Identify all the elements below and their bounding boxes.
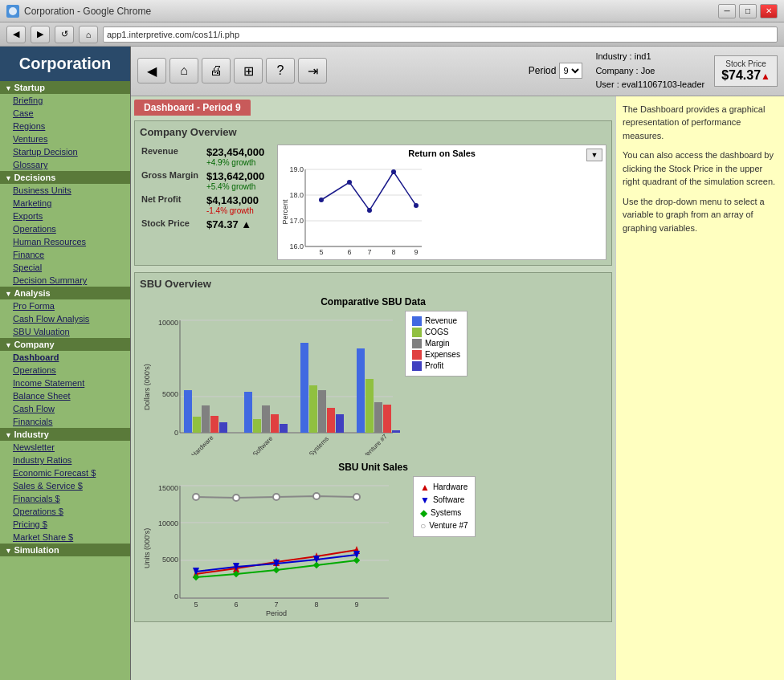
gross-margin-growth: +5.4% growth <box>206 182 264 191</box>
minimize-button[interactable]: ─ <box>718 4 736 18</box>
sidebar-item-financials[interactable]: Financials <box>0 415 130 428</box>
table-row: Net Profit $4,143,000 -1.4% growth <box>140 193 271 217</box>
help-toolbar-button[interactable]: ? <box>266 58 295 83</box>
sidebar-item-income-statement[interactable]: Income Statement <box>0 377 130 389</box>
sidebar-section-industry[interactable]: Industry <box>0 428 130 441</box>
svg-rect-50 <box>357 348 365 433</box>
sidebar-section-simulation[interactable]: Simulation <box>0 544 130 556</box>
svg-rect-34 <box>202 405 210 433</box>
sidebar-item-regions[interactable]: Regions <box>0 120 130 132</box>
sidebar: Corporation Startup Briefing Case Region… <box>0 47 131 680</box>
svg-text:5: 5 <box>320 248 324 256</box>
sidebar-section-analysis[interactable]: Analysis <box>0 287 130 299</box>
ros-dropdown[interactable]: ▼ <box>586 149 602 161</box>
legend-item: ◆ Systems <box>420 507 468 519</box>
systems-legend-icon: ◆ <box>420 507 427 519</box>
svg-point-92 <box>353 494 360 500</box>
svg-point-22 <box>414 203 419 208</box>
sidebar-item-sales-service[interactable]: Sales & Service $ <box>0 479 130 492</box>
browser-title: Corporation - Google Chrome <box>24 6 718 17</box>
sidebar-item-balance-sheet[interactable]: Balance Sheet <box>0 389 130 402</box>
maximize-button[interactable]: □ <box>739 4 757 18</box>
svg-text:9: 9 <box>414 248 419 256</box>
sidebar-item-economic-forecast[interactable]: Economic Forecast $ <box>0 466 130 479</box>
bar-chart-legend: Revenue COGS Margin <box>405 311 468 377</box>
svg-text:0: 0 <box>174 592 178 601</box>
sidebar-item-pro-forma[interactable]: Pro Forma <box>0 299 130 312</box>
svg-text:Hardware: Hardware <box>190 434 215 455</box>
sidebar-item-industry-operations[interactable]: Operations $ <box>0 505 130 518</box>
bar-chart-svg: Dollars (000's) 0 5000 10000 <box>140 311 405 455</box>
dashboard-tab[interactable]: Dashboard - Period 9 <box>134 100 251 116</box>
back-toolbar-button[interactable]: ◀ <box>137 58 166 83</box>
svg-rect-35 <box>210 416 218 433</box>
svg-rect-42 <box>280 424 288 433</box>
sidebar-section-startup[interactable]: Startup <box>0 81 130 94</box>
sidebar-item-marketing[interactable]: Marketing <box>0 197 130 210</box>
sidebar-item-operations[interactable]: Operations <box>0 222 130 235</box>
sidebar-section-company[interactable]: Company <box>0 338 130 351</box>
stock-price-value: $74.37▲ <box>721 68 770 83</box>
revenue-label: Revenue <box>140 145 205 169</box>
net-profit-value: $4,143,000 <box>206 194 264 206</box>
sidebar-item-industry-ratios[interactable]: Industry Ratios <box>0 454 130 466</box>
bar-chart-title: Comparative SBU Data <box>140 296 606 307</box>
company-info: Company : Joe <box>595 64 704 79</box>
svg-text:7: 7 <box>368 248 372 256</box>
gross-margin-label: Gross Margin <box>140 169 205 193</box>
sidebar-item-ventures[interactable]: Ventures <box>0 132 130 145</box>
svg-rect-47 <box>327 408 335 433</box>
legend-expenses-color <box>412 350 422 360</box>
home-button[interactable]: ⌂ <box>79 26 98 43</box>
sidebar-item-newsletter[interactable]: Newsletter <box>0 441 130 454</box>
close-button[interactable]: ✕ <box>760 4 778 18</box>
sidebar-item-cash-flow-analysis[interactable]: Cash Flow Analysis <box>0 312 130 325</box>
sbu-overview-section: SBU Overview Comparative SBU Data Dollar… <box>134 272 612 622</box>
ros-chart: Return on Sales ▼ 19.0 18.0 17.0 16.0 Pe… <box>277 145 606 260</box>
sidebar-header: Corporation <box>0 47 130 81</box>
sidebar-item-briefing[interactable]: Briefing <box>0 94 130 107</box>
sidebar-item-industry-financials[interactable]: Financials $ <box>0 492 130 505</box>
industry-info: Industry : ind1 <box>595 50 704 64</box>
sidebar-item-dashboard[interactable]: Dashboard <box>0 351 130 364</box>
venture-legend-label: Venture #7 <box>429 521 468 530</box>
legend-margin-label: Margin <box>425 339 450 348</box>
sidebar-item-glossary[interactable]: Glossary <box>0 158 130 171</box>
ros-chart-svg: 19.0 18.0 17.0 16.0 Percent <box>281 160 430 256</box>
grid-toolbar-button[interactable]: ⊞ <box>234 58 263 83</box>
app-container: Corporation Startup Briefing Case Region… <box>0 47 784 680</box>
print-toolbar-button[interactable]: 🖨 <box>202 58 231 83</box>
sidebar-item-pricing[interactable]: Pricing $ <box>0 518 130 531</box>
sidebar-item-startup-decision[interactable]: Startup Decision <box>0 145 130 158</box>
sidebar-item-business-units[interactable]: Business Units <box>0 184 130 197</box>
period-select[interactable]: 9 <box>559 63 582 79</box>
sidebar-item-cash-flow[interactable]: Cash Flow <box>0 402 130 415</box>
sidebar-item-finance[interactable]: Finance <box>0 248 130 261</box>
svg-point-91 <box>313 493 320 499</box>
bar-chart-container: Dollars (000's) 0 5000 10000 <box>140 311 606 455</box>
sidebar-item-exports[interactable]: Exports <box>0 210 130 222</box>
reload-button[interactable]: ↺ <box>55 26 74 43</box>
svg-rect-87 <box>353 557 360 564</box>
svg-rect-41 <box>271 414 279 433</box>
legend-item: Expenses <box>412 350 460 360</box>
url-input[interactable] <box>103 26 778 43</box>
stock-price-box[interactable]: Stock Price $74.37▲ <box>714 55 778 87</box>
svg-text:18.0: 18.0 <box>290 191 304 199</box>
sidebar-section-decisions[interactable]: Decisions <box>0 171 130 184</box>
sidebar-item-case[interactable]: Case <box>0 107 130 120</box>
sidebar-item-decision-summary[interactable]: Decision Summary <box>0 274 130 287</box>
svg-rect-48 <box>336 414 344 433</box>
sidebar-item-market-share[interactable]: Market Share $ <box>0 531 130 544</box>
sidebar-item-human-resources[interactable]: Human Resources <box>0 235 130 248</box>
sidebar-item-company-operations[interactable]: Operations <box>0 364 130 377</box>
sidebar-item-special[interactable]: Special <box>0 261 130 274</box>
exit-toolbar-button[interactable]: ⇥ <box>298 58 327 83</box>
company-overview-section: Company Overview Revenue $23,454,000 +4.… <box>134 120 612 266</box>
back-button[interactable]: ◀ <box>6 26 26 43</box>
svg-rect-54 <box>392 430 400 433</box>
home-toolbar-button[interactable]: ⌂ <box>169 58 198 83</box>
svg-point-20 <box>367 208 372 213</box>
forward-button[interactable]: ▶ <box>31 26 50 43</box>
sidebar-item-sbu-valuation[interactable]: SBU Valuation <box>0 325 130 338</box>
